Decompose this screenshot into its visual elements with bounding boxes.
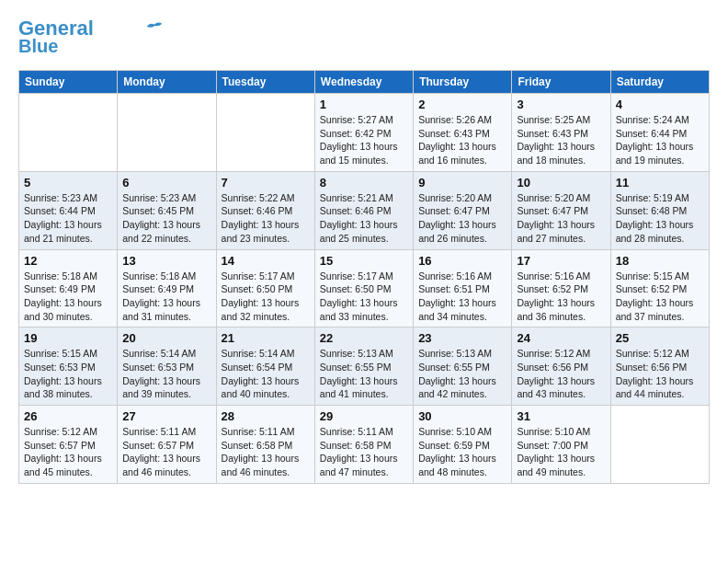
calendar-cell: 9Sunrise: 5:20 AM Sunset: 6:47 PM Daylig… bbox=[414, 171, 512, 249]
calendar-cell: 2Sunrise: 5:26 AM Sunset: 6:43 PM Daylig… bbox=[414, 94, 512, 172]
calendar-cell: 7Sunrise: 5:22 AM Sunset: 6:46 PM Daylig… bbox=[216, 171, 314, 249]
day-number: 24 bbox=[517, 331, 605, 345]
day-number: 18 bbox=[616, 254, 704, 268]
day-number: 17 bbox=[517, 254, 605, 268]
calendar-cell: 11Sunrise: 5:19 AM Sunset: 6:48 PM Dayli… bbox=[610, 171, 709, 249]
calendar-cell bbox=[118, 94, 216, 172]
day-info: Sunrise: 5:17 AM Sunset: 6:50 PM Dayligh… bbox=[320, 270, 408, 324]
calendar-cell: 12Sunrise: 5:18 AM Sunset: 6:49 PM Dayli… bbox=[19, 249, 118, 327]
day-number: 28 bbox=[222, 409, 310, 423]
logo-bird-icon bbox=[145, 20, 164, 33]
day-info: Sunrise: 5:23 AM Sunset: 6:45 PM Dayligh… bbox=[122, 191, 210, 246]
day-number: 25 bbox=[616, 331, 704, 345]
calendar-cell: 10Sunrise: 5:20 AM Sunset: 6:47 PM Dayli… bbox=[512, 171, 610, 249]
calendar-week-row: 1Sunrise: 5:27 AM Sunset: 6:42 PM Daylig… bbox=[19, 94, 710, 172]
calendar-cell: 6Sunrise: 5:23 AM Sunset: 6:45 PM Daylig… bbox=[118, 171, 216, 249]
weekday-header-sunday: Sunday bbox=[19, 71, 118, 94]
logo: General Blue bbox=[18, 18, 164, 55]
day-number: 5 bbox=[24, 176, 112, 190]
calendar-cell: 28Sunrise: 5:11 AM Sunset: 6:58 PM Dayli… bbox=[216, 406, 314, 484]
day-number: 14 bbox=[222, 254, 310, 268]
day-info: Sunrise: 5:24 AM Sunset: 6:44 PM Dayligh… bbox=[616, 113, 704, 167]
day-info: Sunrise: 5:22 AM Sunset: 6:46 PM Dayligh… bbox=[222, 191, 310, 246]
day-number: 8 bbox=[320, 176, 408, 190]
weekday-header-saturday: Saturday bbox=[610, 71, 709, 94]
calendar-week-row: 5Sunrise: 5:23 AM Sunset: 6:44 PM Daylig… bbox=[19, 171, 710, 249]
calendar-cell: 3Sunrise: 5:25 AM Sunset: 6:43 PM Daylig… bbox=[512, 94, 610, 172]
day-number: 6 bbox=[122, 176, 210, 190]
day-number: 27 bbox=[122, 409, 210, 423]
day-number: 31 bbox=[517, 409, 605, 423]
calendar-cell: 5Sunrise: 5:23 AM Sunset: 6:44 PM Daylig… bbox=[19, 171, 118, 249]
calendar-table: SundayMondayTuesdayWednesdayThursdayFrid… bbox=[18, 70, 710, 484]
weekday-header-thursday: Thursday bbox=[414, 71, 512, 94]
calendar-cell: 21Sunrise: 5:14 AM Sunset: 6:54 PM Dayli… bbox=[216, 327, 314, 406]
calendar-cell: 18Sunrise: 5:15 AM Sunset: 6:52 PM Dayli… bbox=[610, 249, 709, 327]
day-number: 29 bbox=[320, 409, 408, 423]
day-info: Sunrise: 5:12 AM Sunset: 6:56 PM Dayligh… bbox=[517, 347, 605, 401]
day-info: Sunrise: 5:19 AM Sunset: 6:48 PM Dayligh… bbox=[616, 191, 704, 246]
day-number: 20 bbox=[122, 331, 210, 345]
day-number: 9 bbox=[418, 176, 506, 190]
day-number: 16 bbox=[418, 254, 506, 268]
day-number: 7 bbox=[222, 176, 310, 190]
calendar-cell: 1Sunrise: 5:27 AM Sunset: 6:42 PM Daylig… bbox=[314, 94, 413, 172]
calendar-cell bbox=[19, 94, 118, 172]
calendar-cell bbox=[216, 94, 314, 172]
day-info: Sunrise: 5:21 AM Sunset: 6:46 PM Dayligh… bbox=[320, 191, 408, 246]
calendar-cell: 24Sunrise: 5:12 AM Sunset: 6:56 PM Dayli… bbox=[512, 327, 610, 406]
page-header: General Blue bbox=[18, 18, 710, 55]
day-number: 19 bbox=[24, 331, 112, 345]
day-info: Sunrise: 5:15 AM Sunset: 6:52 PM Dayligh… bbox=[616, 270, 704, 324]
weekday-header-friday: Friday bbox=[512, 71, 610, 94]
day-info: Sunrise: 5:15 AM Sunset: 6:53 PM Dayligh… bbox=[24, 347, 112, 401]
day-info: Sunrise: 5:14 AM Sunset: 6:53 PM Dayligh… bbox=[122, 347, 210, 401]
day-number: 26 bbox=[24, 409, 112, 423]
day-info: Sunrise: 5:23 AM Sunset: 6:44 PM Dayligh… bbox=[24, 191, 112, 246]
calendar-cell: 30Sunrise: 5:10 AM Sunset: 6:59 PM Dayli… bbox=[414, 406, 512, 484]
day-number: 23 bbox=[418, 331, 506, 345]
day-info: Sunrise: 5:12 AM Sunset: 6:57 PM Dayligh… bbox=[24, 425, 112, 479]
calendar-cell: 13Sunrise: 5:18 AM Sunset: 6:49 PM Dayli… bbox=[118, 249, 216, 327]
day-info: Sunrise: 5:14 AM Sunset: 6:54 PM Dayligh… bbox=[222, 347, 310, 401]
day-info: Sunrise: 5:17 AM Sunset: 6:50 PM Dayligh… bbox=[222, 270, 310, 324]
calendar-week-row: 19Sunrise: 5:15 AM Sunset: 6:53 PM Dayli… bbox=[19, 327, 710, 406]
calendar-cell: 29Sunrise: 5:11 AM Sunset: 6:58 PM Dayli… bbox=[314, 406, 413, 484]
calendar-week-row: 26Sunrise: 5:12 AM Sunset: 6:57 PM Dayli… bbox=[19, 406, 710, 484]
day-number: 22 bbox=[320, 331, 408, 345]
day-info: Sunrise: 5:20 AM Sunset: 6:47 PM Dayligh… bbox=[517, 191, 605, 246]
day-info: Sunrise: 5:13 AM Sunset: 6:55 PM Dayligh… bbox=[320, 347, 408, 401]
calendar-cell: 17Sunrise: 5:16 AM Sunset: 6:52 PM Dayli… bbox=[512, 249, 610, 327]
day-number: 12 bbox=[24, 254, 112, 268]
weekday-header-wednesday: Wednesday bbox=[314, 71, 413, 94]
calendar-cell: 4Sunrise: 5:24 AM Sunset: 6:44 PM Daylig… bbox=[610, 94, 709, 172]
day-info: Sunrise: 5:10 AM Sunset: 6:59 PM Dayligh… bbox=[418, 425, 506, 479]
day-info: Sunrise: 5:10 AM Sunset: 7:00 PM Dayligh… bbox=[517, 425, 605, 479]
day-info: Sunrise: 5:27 AM Sunset: 6:42 PM Dayligh… bbox=[320, 113, 408, 167]
day-number: 10 bbox=[517, 176, 605, 190]
day-number: 30 bbox=[418, 409, 506, 423]
calendar-cell: 22Sunrise: 5:13 AM Sunset: 6:55 PM Dayli… bbox=[314, 327, 413, 406]
logo-blue-text: Blue bbox=[18, 37, 58, 55]
day-info: Sunrise: 5:26 AM Sunset: 6:43 PM Dayligh… bbox=[418, 113, 506, 167]
day-info: Sunrise: 5:16 AM Sunset: 6:52 PM Dayligh… bbox=[517, 270, 605, 324]
day-number: 3 bbox=[517, 98, 605, 111]
calendar-cell: 25Sunrise: 5:12 AM Sunset: 6:56 PM Dayli… bbox=[610, 327, 709, 406]
day-info: Sunrise: 5:12 AM Sunset: 6:56 PM Dayligh… bbox=[616, 347, 704, 401]
day-number: 15 bbox=[320, 254, 408, 268]
calendar-cell: 15Sunrise: 5:17 AM Sunset: 6:50 PM Dayli… bbox=[314, 249, 413, 327]
day-info: Sunrise: 5:18 AM Sunset: 6:49 PM Dayligh… bbox=[122, 270, 210, 324]
calendar-cell bbox=[610, 406, 709, 484]
day-info: Sunrise: 5:25 AM Sunset: 6:43 PM Dayligh… bbox=[517, 113, 605, 167]
weekday-header-tuesday: Tuesday bbox=[216, 71, 314, 94]
calendar-cell: 26Sunrise: 5:12 AM Sunset: 6:57 PM Dayli… bbox=[19, 406, 118, 484]
calendar-cell: 31Sunrise: 5:10 AM Sunset: 7:00 PM Dayli… bbox=[512, 406, 610, 484]
day-info: Sunrise: 5:11 AM Sunset: 6:57 PM Dayligh… bbox=[122, 425, 210, 479]
calendar-cell: 8Sunrise: 5:21 AM Sunset: 6:46 PM Daylig… bbox=[314, 171, 413, 249]
day-info: Sunrise: 5:18 AM Sunset: 6:49 PM Dayligh… bbox=[24, 270, 112, 324]
calendar-cell: 19Sunrise: 5:15 AM Sunset: 6:53 PM Dayli… bbox=[19, 327, 118, 406]
calendar-cell: 14Sunrise: 5:17 AM Sunset: 6:50 PM Dayli… bbox=[216, 249, 314, 327]
day-number: 21 bbox=[222, 331, 310, 345]
weekday-header-row: SundayMondayTuesdayWednesdayThursdayFrid… bbox=[19, 71, 710, 94]
day-info: Sunrise: 5:16 AM Sunset: 6:51 PM Dayligh… bbox=[418, 270, 506, 324]
